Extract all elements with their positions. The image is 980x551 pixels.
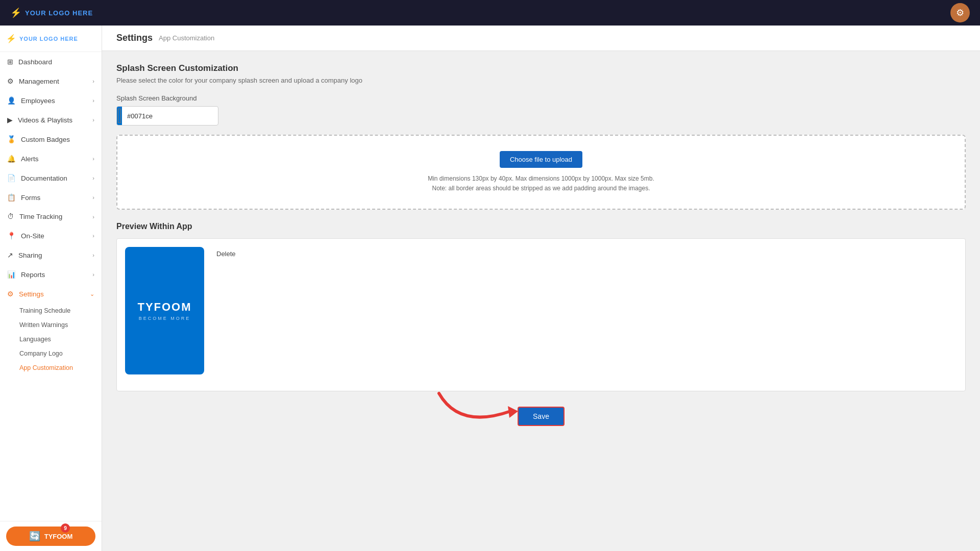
preview-card-sub: BECOME MORE (139, 316, 191, 321)
sidebar-item-on-site[interactable]: 📍 On-Site › (0, 226, 102, 245)
tyfoom-swirl-icon: 🔄 (29, 531, 40, 542)
save-button[interactable]: Save (518, 407, 565, 426)
upload-hint-line2: Note: all border areas should be strippe… (432, 184, 650, 193)
content-area: Splash Screen Customization Please selec… (102, 51, 980, 459)
app-body: ⚡ YOUR LOGO HERE ⊞ Dashboard ⚙ Managemen… (0, 26, 980, 551)
delete-link[interactable]: Delete (216, 247, 236, 258)
documentation-chevron: › (92, 175, 94, 181)
top-bar-logo: ⚡ YOUR LOGO HERE (10, 7, 93, 18)
sidebar-label-management: Management (19, 78, 59, 85)
time-icon: ⏱ (7, 213, 14, 220)
sidebar-item-dashboard[interactable]: ⊞ Dashboard (0, 52, 102, 71)
reports-icon: 📊 (7, 270, 16, 279)
sharing-icon: ↗ (7, 251, 13, 259)
color-field-label: Splash Screen Background (116, 94, 966, 102)
sidebar-logo-area: ⚡ YOUR LOGO HERE (0, 26, 102, 52)
svg-marker-0 (508, 406, 518, 418)
documentation-icon: 📄 (7, 174, 16, 182)
sidebar-item-settings[interactable]: ⚙ Settings ⌄ (0, 284, 102, 304)
alerts-chevron: › (92, 156, 94, 162)
preview-section: Preview Within App TYFOOM BECOME MORE De… (116, 222, 966, 391)
page-title: Settings (116, 33, 153, 43)
upload-area: Choose file to upload Min dimensions 130… (116, 135, 966, 210)
user-avatar[interactable]: ⚙ (950, 3, 970, 22)
badges-icon: 🏅 (7, 135, 16, 143)
sidebar-subitem-company-logo[interactable]: Company Logo (0, 346, 102, 361)
bolt-icon: ⚡ (10, 7, 22, 18)
upload-hint-line1: Min dimensions 130px by 40px. Max dimens… (428, 174, 654, 184)
settings-chevron: ⌄ (90, 291, 94, 297)
time-tracking-chevron: › (92, 214, 94, 220)
on-site-icon: 📍 (7, 232, 16, 240)
reports-chevron: › (92, 271, 94, 278)
choose-file-button[interactable]: Choose file to upload (500, 151, 582, 168)
color-swatch-picker[interactable] (117, 107, 122, 125)
sidebar-item-custom-badges[interactable]: 🏅 Custom Badges (0, 130, 102, 149)
employees-chevron: › (92, 97, 94, 104)
forms-chevron: › (92, 194, 94, 201)
videos-chevron: › (92, 117, 94, 123)
sidebar-item-videos[interactable]: ▶ Videos & Playlists › (0, 110, 102, 130)
sidebar-item-employees[interactable]: 👤 Employees › (0, 91, 102, 110)
sidebar-subitem-languages[interactable]: Languages (0, 332, 102, 346)
management-chevron: › (92, 78, 94, 84)
page-breadcrumb: App Customization (159, 34, 214, 42)
sidebar-item-alerts[interactable]: 🔔 Alerts › (0, 149, 102, 168)
videos-icon: ▶ (7, 116, 13, 124)
main-content: Settings App Customization Splash Screen… (102, 26, 980, 551)
sidebar-label-documentation: Documentation (21, 174, 67, 182)
preview-label: Preview Within App (116, 222, 966, 231)
sidebar: ⚡ YOUR LOGO HERE ⊞ Dashboard ⚙ Managemen… (0, 26, 102, 551)
sidebar-item-documentation[interactable]: 📄 Documentation › (0, 168, 102, 188)
sidebar-item-time-tracking[interactable]: ⏱ Time Tracking › (0, 207, 102, 226)
tyfoom-button[interactable]: 9 🔄 TYFOOM (6, 527, 95, 546)
sidebar-item-forms[interactable]: 📋 Forms › (0, 188, 102, 207)
page-header: Settings App Customization (102, 26, 980, 51)
preview-card: TYFOOM BECOME MORE (125, 247, 204, 374)
alerts-icon: 🔔 (7, 155, 16, 163)
color-input-row (116, 106, 218, 126)
sidebar-label-forms: Forms (21, 194, 40, 202)
sidebar-label-employees: Employees (21, 97, 55, 105)
sidebar-label-time-tracking: Time Tracking (19, 213, 62, 220)
sidebar-item-sharing[interactable]: ↗ Sharing › (0, 245, 102, 265)
sidebar-label-on-site: On-Site (21, 232, 44, 240)
forms-icon: 📋 (7, 193, 16, 202)
color-field-container: Splash Screen Background (116, 94, 966, 126)
sidebar-label-videos: Videos & Playlists (18, 116, 72, 124)
sidebar-label-dashboard: Dashboard (18, 58, 52, 66)
on-site-chevron: › (92, 233, 94, 239)
sidebar-bolt-icon: ⚡ (6, 34, 17, 43)
sidebar-subitem-app-customization[interactable]: App Customization (0, 361, 102, 375)
settings-submenu: Training Schedule Written Warnings Langu… (0, 304, 102, 377)
color-text-input[interactable] (122, 112, 218, 120)
section-desc: Please select the color for your company… (116, 77, 966, 84)
tyfoom-badge: 9 (61, 523, 70, 533)
sharing-chevron: › (92, 252, 94, 258)
tyfoom-label: TYFOOM (44, 533, 73, 540)
sidebar-label-sharing: Sharing (18, 252, 42, 259)
sidebar-subitem-training-schedule[interactable]: Training Schedule (0, 304, 102, 318)
user-icon: ⚙ (956, 7, 964, 18)
settings-icon: ⚙ (7, 290, 14, 298)
sidebar-logo: ⚡ YOUR LOGO HERE (6, 34, 95, 43)
sidebar-item-reports[interactable]: 📊 Reports › (0, 265, 102, 284)
sidebar-subitem-written-warnings[interactable]: Written Warnings (0, 318, 102, 332)
sidebar-label-custom-badges: Custom Badges (21, 136, 70, 143)
topbar-logo-text: YOUR LOGO HERE (25, 9, 93, 17)
sidebar-label-reports: Reports (21, 271, 45, 279)
sidebar-bottom: 9 🔄 TYFOOM (0, 521, 102, 551)
sidebar-logo-text: YOUR LOGO HERE (19, 36, 78, 42)
section-title: Splash Screen Customization (116, 63, 966, 73)
preview-card-logo: TYFOOM (137, 300, 191, 314)
employees-icon: 👤 (7, 96, 16, 105)
management-icon: ⚙ (7, 77, 14, 85)
preview-container: TYFOOM BECOME MORE Delete (116, 238, 966, 391)
sidebar-label-settings: Settings (19, 290, 44, 298)
sidebar-item-management[interactable]: ⚙ Management › (0, 71, 102, 91)
save-area: Save (116, 396, 966, 446)
sidebar-label-alerts: Alerts (21, 155, 39, 163)
dashboard-icon: ⊞ (7, 58, 13, 66)
top-bar: ⚡ YOUR LOGO HERE ⚙ (0, 0, 980, 26)
